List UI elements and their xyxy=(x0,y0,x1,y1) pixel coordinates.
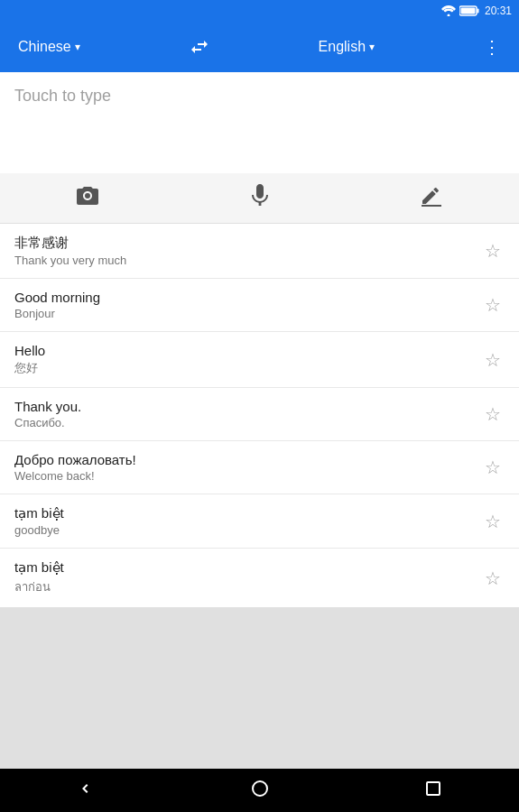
microphone-button[interactable] xyxy=(227,176,292,221)
translation-item[interactable]: Hello 您好 ☆ xyxy=(0,332,519,388)
translation-target: ลาก่อน xyxy=(14,577,474,596)
translation-item[interactable]: tạm biệt goodbye ☆ xyxy=(0,494,519,549)
translation-item[interactable]: tạm biệt ลาก่อน ☆ xyxy=(0,549,519,607)
translation-target: goodbye xyxy=(14,523,474,537)
translation-list: 非常感谢 Thank you very much ☆ Good morning … xyxy=(0,224,519,607)
translation-text: tạm biệt ลาก่อน xyxy=(14,559,474,596)
svg-point-4 xyxy=(85,193,90,198)
camera-button[interactable] xyxy=(53,178,122,219)
translation-item[interactable]: 非常感谢 Thank you very much ☆ xyxy=(0,224,519,279)
input-placeholder: Touch to type xyxy=(14,87,111,106)
favorite-star-button[interactable]: ☆ xyxy=(474,236,505,265)
translation-text: tạm biệt goodbye xyxy=(14,505,474,537)
translation-source: tạm biệt xyxy=(14,505,474,521)
translation-text: Good morning Bonjour xyxy=(14,290,474,320)
svg-rect-6 xyxy=(427,782,440,795)
nav-bar xyxy=(0,769,519,812)
status-icons xyxy=(441,5,479,16)
translation-target: Bonjour xyxy=(14,307,474,320)
recent-button[interactable] xyxy=(407,773,459,808)
translation-source: Добро пожаловать! xyxy=(14,452,474,467)
favorite-star-button[interactable]: ☆ xyxy=(474,346,505,374)
target-language-selector[interactable]: English ▾ xyxy=(311,32,382,62)
action-bar xyxy=(0,173,519,224)
status-bar-right: 20:31 xyxy=(441,5,512,17)
translation-item[interactable]: Добро пожаловать! Welcome back! ☆ xyxy=(0,441,519,494)
status-time: 20:31 xyxy=(485,5,512,17)
translation-target: Спасибо. xyxy=(14,416,474,429)
translation-text: Добро пожаловать! Welcome back! xyxy=(14,452,474,483)
target-lang-arrow-icon: ▾ xyxy=(369,41,375,53)
translation-item[interactable]: Thank you. Спасибо. ☆ xyxy=(0,388,519,441)
translation-item[interactable]: Good morning Bonjour ☆ xyxy=(0,279,519,332)
translation-source: 非常感谢 xyxy=(14,235,474,252)
status-bar: 20:31 xyxy=(0,0,519,22)
recent-icon xyxy=(425,780,441,797)
svg-rect-2 xyxy=(477,9,478,14)
more-options-button[interactable]: ⋮ xyxy=(476,29,508,65)
back-icon xyxy=(78,780,96,798)
wifi-icon xyxy=(441,5,456,16)
microphone-icon xyxy=(249,183,271,208)
svg-point-0 xyxy=(447,14,449,17)
svg-rect-3 xyxy=(460,8,475,14)
source-lang-arrow-icon: ▾ xyxy=(75,41,80,53)
translation-target: Thank you very much xyxy=(14,254,474,267)
back-button[interactable] xyxy=(60,772,114,809)
favorite-star-button[interactable]: ☆ xyxy=(474,400,505,429)
translation-target: 您好 xyxy=(14,360,474,376)
swap-icon xyxy=(189,36,210,58)
translation-text: Thank you. Спасибо. xyxy=(14,399,474,429)
favorite-star-button[interactable]: ☆ xyxy=(474,507,505,536)
translation-source: tạm biệt xyxy=(14,559,474,576)
favorite-star-button[interactable]: ☆ xyxy=(474,453,505,482)
handwriting-icon xyxy=(420,185,445,207)
toolbar: Chinese ▾ English ▾ ⋮ xyxy=(0,22,519,72)
camera-icon xyxy=(75,185,100,207)
source-language-selector[interactable]: Chinese ▾ xyxy=(11,32,88,62)
target-language-label: English xyxy=(319,39,366,55)
battery-icon xyxy=(459,5,479,16)
input-area[interactable]: Touch to type xyxy=(0,72,519,173)
favorite-star-button[interactable]: ☆ xyxy=(474,564,505,593)
home-icon xyxy=(251,780,269,798)
swap-languages-button[interactable] xyxy=(181,29,218,65)
favorite-star-button[interactable]: ☆ xyxy=(474,291,505,319)
translation-text: 非常感谢 Thank you very much xyxy=(14,235,474,267)
home-button[interactable] xyxy=(233,772,287,809)
translation-source: Good morning xyxy=(14,290,474,305)
handwriting-button[interactable] xyxy=(398,178,467,219)
translation-source: Hello xyxy=(14,343,474,358)
translation-text: Hello 您好 xyxy=(14,343,474,376)
svg-point-5 xyxy=(253,781,267,796)
source-language-label: Chinese xyxy=(18,39,71,55)
translation-source: Thank you. xyxy=(14,399,474,414)
translation-target: Welcome back! xyxy=(14,469,474,483)
